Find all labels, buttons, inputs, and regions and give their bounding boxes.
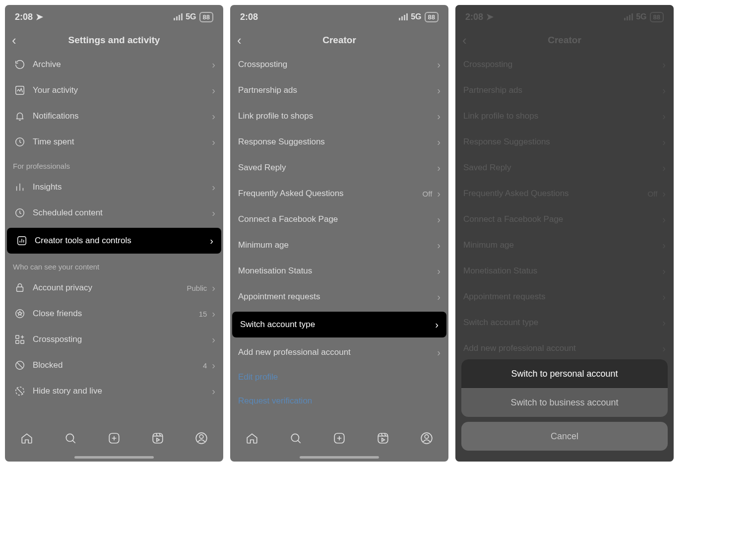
- network-label: 5G: [186, 12, 196, 21]
- row-label: Close friends: [33, 309, 199, 319]
- row-account-privacy[interactable]: Account privacyPublic›: [5, 275, 223, 301]
- tab-bar: [230, 425, 448, 453]
- chevron-right-icon: ›: [212, 207, 215, 219]
- row-creator-tools[interactable]: Creator tools and controls›: [7, 228, 221, 254]
- tab-reels-icon[interactable]: [377, 432, 389, 447]
- chevron-right-icon: ›: [437, 59, 441, 70]
- page-title: Creator: [322, 35, 356, 46]
- switch-personal-button[interactable]: Switch to personal account: [461, 359, 668, 388]
- clock-icon: [13, 136, 27, 147]
- row-label: Hide story and live: [33, 386, 212, 396]
- row-switch-account-type[interactable]: Switch account type›: [232, 312, 446, 337]
- row-label: Account privacy: [33, 283, 187, 293]
- back-button[interactable]: ‹: [237, 33, 242, 48]
- row-monetisation-status[interactable]: Monetisation Status›: [230, 258, 448, 284]
- row-label: Your activity: [33, 85, 212, 95]
- svg-rect-7: [16, 340, 19, 343]
- row-crossposting[interactable]: Crossposting›: [230, 52, 448, 77]
- row-scheduled-content[interactable]: Scheduled content›: [5, 200, 223, 226]
- row-minimum-age[interactable]: Minimum age›: [230, 232, 448, 258]
- row-crossposting[interactable]: Crossposting›: [5, 327, 223, 352]
- row-value: Off: [423, 190, 433, 198]
- row-label: Switch account type: [240, 320, 435, 330]
- tab-search-icon[interactable]: [289, 432, 302, 447]
- row-add-new-professional-account[interactable]: Add new professional account›: [230, 339, 448, 365]
- row-archive[interactable]: Archive›: [5, 52, 223, 77]
- row-label: Minimum age: [238, 240, 437, 250]
- row-connect-a-facebook-page[interactable]: Connect a Facebook Page›: [230, 206, 448, 232]
- tab-create-icon[interactable]: [333, 432, 346, 447]
- star-icon: [13, 308, 27, 319]
- hide-icon: [13, 386, 27, 397]
- row-label: Archive: [33, 60, 212, 69]
- row-label: Link profile to shops: [238, 111, 437, 121]
- location-icon: ➤: [36, 11, 43, 22]
- tab-create-icon[interactable]: [108, 432, 121, 447]
- row-hide-story[interactable]: Hide story and live›: [5, 378, 223, 404]
- cancel-button[interactable]: Cancel: [461, 422, 668, 451]
- chevron-right-icon: ›: [437, 162, 441, 174]
- chevron-right-icon: ›: [437, 240, 441, 251]
- activity-icon: [13, 85, 27, 96]
- bell-icon: [13, 111, 27, 122]
- chevron-right-icon: ›: [212, 59, 215, 70]
- insights-icon: [13, 182, 27, 193]
- link-edit-profile[interactable]: Edit profile: [230, 365, 448, 389]
- network-label: 5G: [411, 12, 421, 21]
- row-frequently-asked-questions[interactable]: Frequently Asked QuestionsOff›: [230, 181, 448, 206]
- row-close-friends[interactable]: Close friends15›: [5, 301, 223, 327]
- chevron-right-icon: ›: [212, 136, 215, 148]
- row-time-spent[interactable]: Time spent›: [5, 129, 223, 155]
- lock-icon: [13, 282, 27, 293]
- chevron-right-icon: ›: [210, 235, 213, 247]
- row-partnership-ads[interactable]: Partnership ads›: [230, 77, 448, 103]
- row-label: Creator tools and controls: [35, 236, 210, 246]
- tab-profile-icon[interactable]: [195, 432, 208, 447]
- switch-business-button[interactable]: Switch to business account: [461, 388, 668, 417]
- row-label: Connect a Facebook Page: [238, 214, 437, 224]
- chevron-right-icon: ›: [212, 111, 215, 122]
- phone-creator: 2:08 5G 88 ‹ Creator Crossposting›Partne…: [230, 5, 448, 462]
- status-bar: 2:08 5G 88: [230, 5, 448, 29]
- link-request-verification[interactable]: Request verification: [230, 389, 448, 413]
- row-label: Notifications: [33, 111, 212, 121]
- cancel-label: Cancel: [551, 431, 578, 442]
- tab-bar: [5, 425, 223, 453]
- section-header-privacy: Who can see your content: [5, 256, 223, 275]
- row-label: Add new professional account: [238, 347, 437, 357]
- home-indicator: [230, 453, 448, 462]
- row-link-profile-to-shops[interactable]: Link profile to shops›: [230, 103, 448, 129]
- status-bar: 2:08➤ 5G 88: [5, 5, 223, 29]
- chevron-right-icon: ›: [437, 136, 441, 148]
- settings-list: Archive› Your activity› Notifications› T…: [5, 52, 223, 425]
- row-label: Response Suggestions: [238, 137, 437, 147]
- row-notifications[interactable]: Notifications›: [5, 103, 223, 129]
- row-saved-reply[interactable]: Saved Reply›: [230, 155, 448, 181]
- signal-icon: [174, 13, 183, 20]
- back-button[interactable]: ‹: [12, 33, 16, 48]
- row-label: Frequently Asked Questions: [238, 189, 423, 199]
- row-label: Monetisation Status: [238, 266, 437, 276]
- row-your-activity[interactable]: Your activity›: [5, 77, 223, 103]
- svg-rect-0: [16, 86, 24, 95]
- tab-home-icon[interactable]: [20, 432, 33, 447]
- row-appointment-requests[interactable]: Appointment requests›: [230, 284, 448, 310]
- chevron-right-icon: ›: [212, 360, 215, 371]
- row-insights[interactable]: Insights›: [5, 174, 223, 200]
- chevron-right-icon: ›: [212, 334, 215, 345]
- tab-search-icon[interactable]: [64, 432, 77, 447]
- row-blocked[interactable]: Blocked4›: [5, 352, 223, 378]
- chevron-right-icon: ›: [212, 386, 215, 397]
- phone-settings: 2:08➤ 5G 88 ‹ Settings and activity Arch…: [5, 5, 223, 462]
- row-label: Crossposting: [33, 334, 212, 344]
- battery-icon: 88: [425, 12, 439, 22]
- chevron-right-icon: ›: [212, 182, 215, 193]
- tab-reels-icon[interactable]: [151, 432, 164, 447]
- archive-icon: [13, 59, 27, 70]
- chevron-right-icon: ›: [437, 111, 441, 122]
- row-response-suggestions[interactable]: Response Suggestions›: [230, 129, 448, 155]
- tab-home-icon[interactable]: [246, 432, 258, 447]
- tab-profile-icon[interactable]: [420, 432, 433, 447]
- row-label: Crossposting: [238, 60, 437, 69]
- section-header-professionals: For professionals: [5, 155, 223, 174]
